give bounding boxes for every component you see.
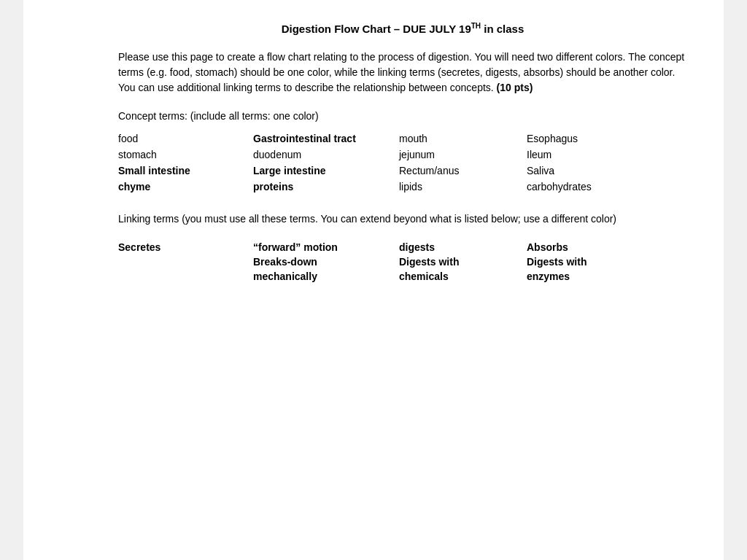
page-container: Digestion Flow Chart – DUE JULY 19TH in … — [23, 0, 724, 560]
term-lipids: lipids — [399, 181, 527, 192]
intro-text: Please use this page to create a flow ch… — [118, 51, 684, 93]
term-large-intestine: Large intestine — [253, 165, 399, 176]
concept-label: Concept terms: (include all terms: one c… — [118, 110, 687, 122]
term-jejunum: jejunum — [399, 149, 527, 160]
concept-col-1: food stomach Small intestine chyme — [118, 133, 253, 197]
term-proteins: proteins — [253, 181, 399, 192]
concept-col-3: mouth jejunum Rectum/anus lipids — [399, 133, 527, 197]
lterm-enzymes: enzymes — [527, 271, 673, 282]
linking-col-3: digests Digests with chemicals — [399, 241, 527, 285]
concept-col-4: Esophagus Ileum Saliva carbohydrates — [527, 133, 673, 197]
term-rectum: Rectum/anus — [399, 165, 527, 176]
linking-col-1: Secretes — [118, 241, 253, 285]
linking-intro-paragraph: Linking terms (you must use all these te… — [118, 211, 687, 227]
term-gastrointestinal: Gastrointestinal tract — [253, 133, 399, 144]
term-mouth: mouth — [399, 133, 527, 144]
page-title: Digestion Flow Chart – DUE JULY 19TH in … — [118, 22, 687, 35]
term-small-intestine: Small intestine — [118, 165, 253, 176]
lterm-digests: digests — [399, 241, 527, 253]
term-esophagus: Esophagus — [527, 133, 673, 144]
concept-terms-grid: food stomach Small intestine chyme Gastr… — [118, 133, 687, 197]
title-superscript: TH — [471, 22, 481, 30]
lterm-chemicals: chemicals — [399, 271, 527, 282]
lterm-breaks-down: Breaks-down — [253, 256, 399, 268]
lterm-mechanically: mechanically — [253, 271, 399, 282]
term-stomach: stomach — [118, 149, 253, 160]
title-prefix: Digestion Flow Chart – DUE JULY 19 — [282, 23, 471, 35]
lterm-forward-motion: “forward” motion — [253, 241, 399, 253]
term-ileum: Ileum — [527, 149, 673, 160]
linking-terms-grid: Secretes “forward” motion Breaks-down me… — [118, 241, 687, 285]
linking-col-2: “forward” motion Breaks-down mechanicall… — [253, 241, 399, 285]
lterm-digests-with: Digests with — [399, 256, 527, 268]
linking-col-4: Absorbs Digests with enzymes — [527, 241, 673, 285]
lterm-digests-with-enzymes: Digests with — [527, 256, 673, 268]
term-food: food — [118, 133, 253, 144]
term-chyme: chyme — [118, 181, 253, 192]
concept-col-2: Gastrointestinal tract duodenum Large in… — [253, 133, 399, 197]
term-carbohydrates: carbohydrates — [527, 181, 673, 192]
lterm-absorbs: Absorbs — [527, 241, 673, 253]
intro-paragraph: Please use this page to create a flow ch… — [118, 50, 687, 96]
term-saliva: Saliva — [527, 165, 673, 176]
lterm-secretes: Secretes — [118, 241, 253, 253]
intro-points: (10 pts) — [497, 82, 533, 93]
term-duodenum: duodenum — [253, 149, 399, 160]
title-suffix: in class — [481, 23, 524, 35]
